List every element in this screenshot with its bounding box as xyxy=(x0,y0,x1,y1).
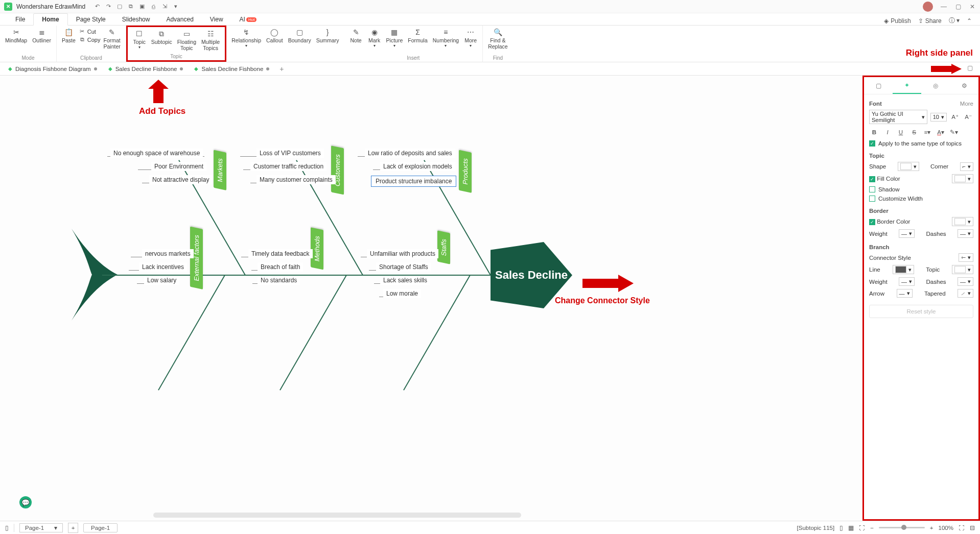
collapse-status-icon[interactable]: ⊟ xyxy=(970,524,975,531)
save-icon[interactable]: ▣ xyxy=(138,3,146,10)
branch-dashes-select[interactable]: —▾ xyxy=(958,277,973,286)
subtopic[interactable]: Low ratio of deposits and sales xyxy=(365,149,455,158)
corner-select[interactable]: ⌐▾ xyxy=(960,162,973,171)
font-more-link[interactable]: More xyxy=(960,101,973,107)
callout-button[interactable]: ◯Callout xyxy=(264,27,285,44)
font-size-select[interactable]: 10▾ xyxy=(930,113,947,122)
zoom-out-icon[interactable]: − xyxy=(870,525,874,531)
page-select[interactable]: Page-1▾ xyxy=(19,523,63,532)
panel-tab-settings[interactable]: ⚙ xyxy=(950,77,978,94)
add-page-button[interactable]: + xyxy=(68,523,78,533)
branch-weight-select[interactable]: —▾ xyxy=(899,277,915,286)
menu-home[interactable]: Home xyxy=(33,13,67,26)
undo-icon[interactable]: ↶ xyxy=(94,3,101,10)
bold-icon[interactable]: B xyxy=(869,127,879,137)
shape-select[interactable]: ▾ xyxy=(898,162,919,171)
menu-advanced[interactable]: Advanced xyxy=(158,14,201,25)
subtopic[interactable]: No standards xyxy=(258,276,300,285)
branch-line-select[interactable]: ▾ xyxy=(893,265,914,274)
page-button[interactable]: Page-1 xyxy=(83,523,118,532)
doc-tab-1[interactable]: ◆Diagnosis Fishbone Diagram xyxy=(3,64,102,74)
menu-view[interactable]: View xyxy=(202,14,231,25)
qat-more-icon[interactable]: ▾ xyxy=(172,3,179,10)
subtopic[interactable]: Not attractive display xyxy=(149,175,212,184)
panel-tab-layout[interactable]: ▢ xyxy=(864,77,893,94)
paste-button[interactable]: 📋Paste xyxy=(60,27,78,44)
bone-label-customers[interactable]: Customers xyxy=(331,145,344,195)
menu-ai[interactable]: AI Hot xyxy=(231,14,265,25)
more-button[interactable]: ⋯More▾ xyxy=(462,27,479,49)
align-icon[interactable]: ≡▾ xyxy=(922,127,932,137)
branch-topic-select[interactable]: ▾ xyxy=(952,265,973,274)
mindmap-button[interactable]: ✂MindMap xyxy=(3,27,29,44)
subtopic[interactable]: Customer traffic reduction xyxy=(250,162,326,171)
subtopic-selected[interactable]: Product structure imbalance xyxy=(371,176,456,187)
add-tab-button[interactable]: + xyxy=(275,64,288,74)
border-weight-select[interactable]: —▾ xyxy=(899,229,915,238)
fullscreen-icon[interactable]: ⛶ xyxy=(959,525,965,531)
apply-same-type-checkbox[interactable]: ✓ xyxy=(869,140,875,147)
note-button[interactable]: ✎Note xyxy=(347,27,365,44)
picture-button[interactable]: ▦Picture▾ xyxy=(384,27,405,49)
doc-tab-3[interactable]: ◆Sales Decline Fishbone xyxy=(189,64,274,74)
bone-label-staffs[interactable]: Staffs xyxy=(437,230,450,264)
fit-page-icon[interactable]: ⛶ xyxy=(859,525,865,531)
subtopic-button[interactable]: ⧉Subtopic xyxy=(149,28,174,46)
panel-tab-tag[interactable]: ◎ xyxy=(921,77,950,94)
print-icon[interactable]: ⎙ xyxy=(150,3,157,10)
cut-button[interactable]: ✂Cut xyxy=(79,28,101,35)
maximize-icon[interactable]: ▢ xyxy=(954,3,962,10)
zoom-in-icon[interactable]: + xyxy=(930,525,934,531)
summary-button[interactable]: }Summary xyxy=(314,27,341,44)
format-painter-button[interactable]: ✎Format Painter xyxy=(102,27,123,51)
collapse-ribbon-icon[interactable]: ⌃ xyxy=(967,17,972,25)
panel-tab-style[interactable]: ✦ xyxy=(893,77,921,94)
subtopic[interactable]: Low morale xyxy=(383,289,421,298)
horizontal-scrollbar[interactable] xyxy=(153,513,521,518)
formula-button[interactable]: ΣFormula xyxy=(406,27,430,44)
floating-topic-button[interactable]: ▭Floating Topic xyxy=(175,28,198,52)
branch-tapered-select[interactable]: ⟋▾ xyxy=(958,289,973,298)
subtopic[interactable]: Timely data feedback xyxy=(248,249,313,258)
fill-color-select[interactable]: ▾ xyxy=(952,174,973,183)
decrease-font-icon[interactable]: A⁻ xyxy=(963,112,973,122)
bone-label-products[interactable]: Products xyxy=(459,150,472,193)
canvas[interactable]: Add Topics Sales Decline Markets No enou… xyxy=(0,76,862,521)
view-mode-2-icon[interactable]: ▦ xyxy=(848,524,854,531)
find-replace-button[interactable]: 🔍Find & Replace xyxy=(486,27,510,51)
subtopic[interactable]: No enough space of warehouse xyxy=(110,149,203,158)
redo-icon[interactable]: ↷ xyxy=(105,3,112,10)
help-icon[interactable]: ⓘ ▾ xyxy=(949,16,960,25)
subtopic[interactable]: Low salary xyxy=(144,276,179,285)
view-mode-1-icon[interactable]: ▯ xyxy=(839,524,843,531)
custom-width-checkbox[interactable] xyxy=(869,196,875,202)
outline-view-icon[interactable]: ▯ xyxy=(5,524,9,531)
relationship-button[interactable]: ↯Relationship▾ xyxy=(229,27,263,49)
reset-style-button[interactable]: Reset style xyxy=(869,305,973,318)
subtopic[interactable]: Lack incentives xyxy=(139,262,187,272)
subtopic[interactable]: Breach of faith xyxy=(258,262,303,272)
border-dashes-select[interactable]: —▾ xyxy=(958,229,973,238)
subtopic[interactable]: nervous markets xyxy=(142,249,194,258)
branch-arrow-select[interactable]: —▾ xyxy=(897,289,913,298)
copy-button[interactable]: ⧉Copy xyxy=(79,36,101,43)
close-icon[interactable]: ✕ xyxy=(969,3,976,10)
fill-color-checkbox[interactable]: ✓ xyxy=(869,176,875,182)
boundary-button[interactable]: ▢Boundary xyxy=(286,27,313,44)
menu-file[interactable]: File xyxy=(7,14,33,25)
menu-page-style[interactable]: Page Style xyxy=(68,14,114,25)
border-color-checkbox[interactable]: ✓ xyxy=(869,219,875,225)
open-icon[interactable]: ⧉ xyxy=(127,3,134,10)
minimize-icon[interactable]: — xyxy=(940,3,947,10)
font-family-select[interactable]: Yu Gothic UI Semilight▾ xyxy=(869,110,927,124)
menu-slideshow[interactable]: Slideshow xyxy=(114,14,158,25)
help-bubble[interactable]: 💬 xyxy=(19,496,32,508)
subtopic[interactable]: Many customer complaints xyxy=(256,175,336,184)
new-icon[interactable]: ▢ xyxy=(116,3,123,10)
publish-button[interactable]: ◈ Publish xyxy=(884,17,911,25)
subtopic[interactable]: Lack sales skills xyxy=(380,276,430,285)
connector-style-select[interactable]: ⇽▾ xyxy=(959,253,973,262)
topic-button[interactable]: ☐Topic▾ xyxy=(131,28,148,51)
export-icon[interactable]: ⇲ xyxy=(161,3,168,10)
share-button[interactable]: ⇪ Share xyxy=(918,17,942,25)
